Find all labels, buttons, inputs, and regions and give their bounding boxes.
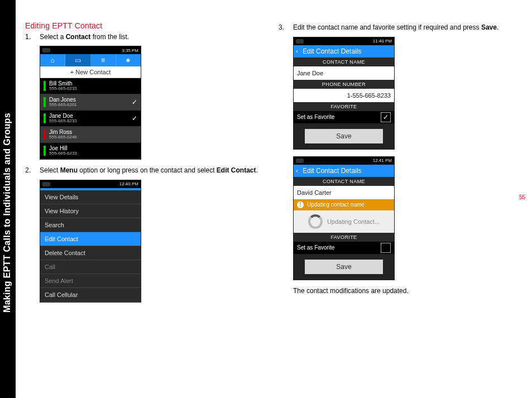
presence-indicator [44,81,46,91]
t: option or long press on the contact and … [78,166,217,174]
label-contact-name: CONTACT NAME [294,57,394,66]
clock: 12:41 PM [373,158,392,163]
menu-item: Call [40,260,141,274]
menu-item[interactable]: View Details [40,190,141,204]
sidebar-title: Making EPTT Calls to Individuals and Gro… [2,0,18,313]
save-button[interactable]: Save [305,129,383,143]
status-bar: 3:35 PM [40,46,141,54]
groups-tab-icon[interactable]: ≡ [91,54,116,66]
t: Edit the contact name and favorite setti… [293,23,481,31]
info-icon: ! [297,202,304,208]
t-bold: Edit Contact [217,166,256,174]
contacts-tab-icon[interactable]: ▭ [65,54,90,66]
step-text: Select Menu option or long press on the … [40,166,258,175]
favorite-checkbox[interactable]: ✓ [381,112,391,122]
presence-indicator [44,146,46,156]
step-text: Edit the contact name and favorite setti… [293,23,499,32]
menu-item[interactable]: Delete Contact [40,246,141,260]
label-phone-number: PHONE NUMBER [294,80,394,89]
phone-field[interactable]: 1-555-665-8233 [294,89,394,102]
t-bold: Menu [60,166,78,174]
label-favorite: FAVORITE [294,233,394,242]
contact-phone: 555-665-8233 [49,119,128,123]
context-menu: View DetailsView HistorySearchEdit Conta… [40,190,141,302]
notify-text: Updating contact name [307,202,365,208]
contact-row[interactable]: Bill Smith555-665-0233 [40,78,141,94]
back-icon[interactable]: ‹ [296,167,298,175]
screenshot-1-contact-list: 3:35 PM ⌂ ▭ ≡ ★ + New Contact Bill Smith… [40,46,263,160]
spinner-icon [308,214,323,229]
label-favorite: FAVORITE [294,102,394,111]
closing-text: The contact modifications are updated. [293,287,409,296]
page-number: 55 [519,194,525,200]
presence-indicator [44,130,46,140]
step-2: 2. Select Menu option or long press on t… [25,166,263,175]
step-number: 3. [279,23,293,32]
edit-contact-header: ‹Edit Contact Details [294,165,394,177]
t: . [256,166,258,174]
favorite-checkbox[interactable] [381,243,391,253]
favorite-row[interactable]: Set as Favorite✓ [294,111,394,123]
step-number: 2. [25,166,40,175]
fav-label: Set as Favorite [297,244,334,251]
contact-phone: 555-665-6201 [49,103,128,107]
step-1: 1. Select a Contact from the list. [25,33,263,42]
checkmark-icon: ✓ [132,114,137,122]
t: Select a [40,33,66,41]
presence-indicator [44,97,46,107]
fav-label: Set as Favorite [297,114,334,120]
edit-contact-header: ‹Edit Contact Details [294,45,394,57]
save-button[interactable]: Save [305,260,383,274]
menu-item[interactable]: Edit Contact [40,232,141,246]
screenshot-4-updating-contact: 12:41 PM ‹Edit Contact Details CONTACT N… [293,156,516,280]
contact-row[interactable]: Joe Hill555-665-6233 [40,143,141,159]
menu-item[interactable]: View History [40,204,141,218]
notification-bar: !Updating contact name [294,199,394,210]
status-bar: 11:40 PM [294,37,394,45]
section-heading: Editing EPTT Contact [25,21,263,31]
clock: 12:40 PM [119,181,138,186]
closing-text-row: The contact modifications are updated. [279,287,516,296]
checkmark-icon: ✓ [132,98,137,106]
favorites-tab-icon[interactable]: ★ [116,54,141,66]
toolbar: ⌂ ▭ ≡ ★ [40,54,141,66]
menu-item[interactable]: Call Cellular [40,288,141,302]
menu-item: Send Alert [40,274,141,288]
step-3: 3. Edit the contact name and favorite se… [279,23,516,32]
contact-phone: 555-665-0233 [49,87,137,91]
t: Select [40,166,60,174]
step-number: 1. [25,33,40,42]
new-contact-button[interactable]: + New Contact [40,66,141,78]
status-bar: 12:40 PM [40,180,141,188]
t-bold: Contact [66,33,91,41]
contact-row[interactable]: Jane Doe555-665-8233✓ [40,111,141,127]
status-bar: 12:41 PM [294,157,394,165]
page-body: Editing EPTT Contact 1. Select a Contact… [25,21,516,309]
step-text: Select a Contact from the list. [40,33,129,42]
name-field[interactable]: David Carter [294,186,394,199]
clock: 3:35 PM [122,48,138,53]
label-contact-name: CONTACT NAME [294,177,394,186]
t-bold: Save [481,23,497,31]
favorite-row[interactable]: Set as Favorite [294,242,394,254]
screenshot-3-edit-contact: 11:40 PM ‹Edit Contact Details CONTACT N… [293,37,516,150]
clock: 11:40 PM [373,39,392,44]
loading-overlay: Updating Contact... [294,210,394,233]
contact-phone: 555-665-0246 [49,135,137,140]
name-field[interactable]: Jane Doe [294,66,394,80]
home-icon[interactable]: ⌂ [40,54,65,66]
left-column: Editing EPTT Contact 1. Select a Contact… [25,21,263,309]
right-column: 3. Edit the contact name and favorite se… [279,21,516,309]
back-icon[interactable]: ‹ [296,47,298,55]
contact-phone: 555-665-6233 [49,151,137,156]
contact-row[interactable]: Dan Jones555-665-6201✓ [40,94,141,111]
loading-text: Updating Contact... [327,218,380,225]
title: Edit Contact Details [303,47,361,55]
menu-item[interactable]: Search [40,218,141,232]
t: from the list. [90,33,129,41]
contact-list: Bill Smith555-665-0233Dan Jones555-665-6… [40,78,141,159]
presence-indicator [44,113,46,123]
contact-row[interactable]: Jim Ross555-665-0246 [40,127,141,143]
t: . [497,23,499,31]
title: Edit Contact Details [303,167,361,175]
